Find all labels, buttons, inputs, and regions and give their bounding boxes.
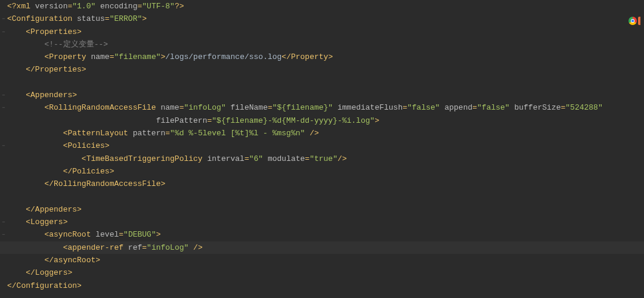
code-line[interactable]: <RollingRandomAccessFile name="infoLog" … [7,101,644,114]
code-line[interactable]: <?xml version="1.0" encoding="UTF-8"?> [7,0,644,13]
fold-toggle-icon[interactable]: − [1,144,6,148]
code-line[interactable]: </Policies> [7,165,644,178]
code-line[interactable]: </RollingRandomAccessFile> [7,178,644,190]
code-line[interactable]: <Properties> [7,26,644,38]
code-line[interactable] [7,76,644,89]
code-line[interactable]: <appender-ref ref="infoLog" /> [7,241,644,254]
code-line[interactable]: <!--定义变量--> [7,38,644,51]
code-line[interactable]: <Policies> [7,139,644,152]
code-line[interactable]: </Appenders> [7,203,644,216]
fold-toggle-icon[interactable]: − [1,17,6,21]
code-line[interactable]: <Appenders> [7,89,644,101]
code-line[interactable]: </Properties> [7,63,644,76]
code-line[interactable]: <Property name="filename">/logs/performa… [7,51,644,63]
code-line[interactable]: </Configuration> [7,280,644,292]
code-area[interactable]: <?xml version="1.0" encoding="UTF-8"?><C… [7,0,644,292]
fold-toggle-icon[interactable]: − [1,105,6,110]
fold-gutter[interactable]: −−−−−−− [0,0,7,298]
code-line[interactable]: <TimeBasedTriggeringPolicy interval="6" … [7,153,644,165]
fold-toggle-icon[interactable]: − [1,232,6,237]
code-line[interactable] [7,190,644,203]
fold-toggle-icon[interactable]: − [1,93,6,98]
code-line[interactable]: <Configuration status="ERROR"> [7,13,644,25]
fold-toggle-icon[interactable]: − [1,220,6,225]
code-line[interactable]: </asyncRoot> [7,254,644,266]
fold-toggle-icon[interactable]: − [1,30,6,35]
code-line[interactable]: <Loggers> [7,216,644,228]
code-editor[interactable]: −−−−−−− <?xml version="1.0" encoding="UT… [0,0,644,298]
code-line[interactable]: <PatternLayout pattern="%d %-5level [%t]… [7,127,644,139]
code-line[interactable]: filePattern="${filename}-%d{MM-dd-yyyy}-… [7,114,644,127]
code-line[interactable]: </Loggers> [7,266,644,279]
code-line[interactable]: <asyncRoot level="DEBUG"> [7,228,644,241]
